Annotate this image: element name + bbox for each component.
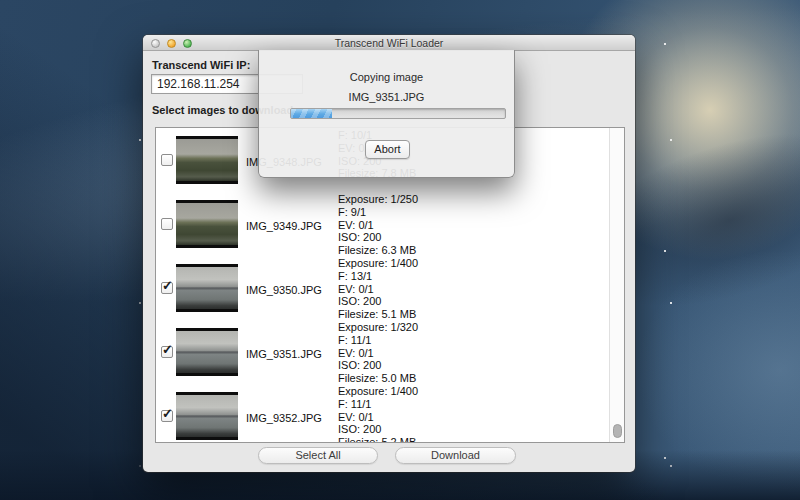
ip-label: Transcend WiFi IP: xyxy=(152,59,250,71)
image-thumbnail xyxy=(176,200,238,248)
exif-iso: ISO: 200 xyxy=(338,295,418,308)
exif-ev: EV: 0/1 xyxy=(338,219,418,232)
image-checkbox[interactable]: ✓ xyxy=(161,410,173,422)
copy-progress-dialog: Copying image IMG_9351.JPG Abort xyxy=(258,50,515,178)
image-thumbnail xyxy=(176,392,238,440)
image-thumbnail xyxy=(176,264,238,312)
exif-exposure: Exposure: 1/320 xyxy=(338,321,418,334)
select-all-button[interactable]: Select All xyxy=(258,447,378,464)
checkmark-icon: ✓ xyxy=(162,342,173,357)
zoom-button[interactable] xyxy=(183,39,192,48)
abort-button[interactable]: Abort xyxy=(365,140,410,159)
image-exif: Exposure: 1/400 F: 13/1 EV: 0/1 ISO: 200… xyxy=(338,257,418,321)
traffic-lights xyxy=(151,39,192,48)
image-filename: IMG_9351.JPG xyxy=(246,348,334,360)
close-button[interactable] xyxy=(151,39,160,48)
image-thumbnail xyxy=(176,136,238,184)
exif-iso: ISO: 200 xyxy=(338,359,418,372)
dialog-title: Copying image xyxy=(259,71,514,83)
exif-filesize: Filesize: 5.2 MB xyxy=(338,436,418,443)
image-filename: IMG_9352.JPG xyxy=(246,412,334,424)
image-exif: Exposure: 1/250 F: 9/1 EV: 0/1 ISO: 200 … xyxy=(338,193,418,257)
exif-ev: EV: 0/1 xyxy=(338,283,418,296)
list-item: ✓ IMG_9352.JPG Exposure: 1/400 F: 11/1 E… xyxy=(156,384,624,443)
image-exif: Exposure: 1/320 F: 11/1 EV: 0/1 ISO: 200… xyxy=(338,321,418,385)
image-thumbnail xyxy=(176,328,238,376)
image-exif: Exposure: 1/400 F: 11/1 EV: 0/1 ISO: 200… xyxy=(338,385,418,443)
exif-fstop: F: 13/1 xyxy=(338,270,418,283)
exif-iso: ISO: 200 xyxy=(338,423,418,436)
list-item: ✓ IMG_9349.JPG Exposure: 1/250 F: 9/1 EV… xyxy=(156,192,624,256)
exif-exposure: Exposure: 1/250 xyxy=(338,193,418,206)
image-checkbox[interactable]: ✓ xyxy=(161,154,173,166)
download-button[interactable]: Download xyxy=(395,447,516,464)
list-item: ✓ IMG_9350.JPG Exposure: 1/400 F: 13/1 E… xyxy=(156,256,624,320)
exif-ev: EV: 0/1 xyxy=(338,347,418,360)
window-title: Transcend WiFi Loader xyxy=(143,35,635,51)
scrollbar-track[interactable] xyxy=(609,128,624,442)
minimize-button[interactable] xyxy=(167,39,176,48)
progress-bar xyxy=(290,108,506,119)
scrollbar-thumb[interactable] xyxy=(613,424,622,438)
image-checkbox[interactable]: ✓ xyxy=(161,282,173,294)
checkmark-icon: ✓ xyxy=(162,406,173,421)
progress-fill xyxy=(291,109,332,118)
image-filename: IMG_9349.JPG xyxy=(246,220,334,232)
image-checkbox[interactable]: ✓ xyxy=(161,346,173,358)
exif-exposure: Exposure: 1/400 xyxy=(338,257,418,270)
image-filename: IMG_9350.JPG xyxy=(246,284,334,296)
exif-ev: EV: 0/1 xyxy=(338,411,418,424)
desktop: Transcend WiFi Loader Transcend WiFi IP:… xyxy=(0,0,800,500)
list-item: ✓ IMG_9351.JPG Exposure: 1/320 F: 11/1 E… xyxy=(156,320,624,384)
dialog-filename: IMG_9351.JPG xyxy=(259,91,514,103)
exif-exposure: Exposure: 1/400 xyxy=(338,385,418,398)
exif-fstop: F: 9/1 xyxy=(338,206,418,219)
exif-fstop: F: 11/1 xyxy=(338,334,418,347)
checkmark-icon: ✓ xyxy=(162,278,173,293)
image-checkbox[interactable]: ✓ xyxy=(161,218,173,230)
exif-fstop: F: 11/1 xyxy=(338,398,418,411)
exif-iso: ISO: 200 xyxy=(338,231,418,244)
titlebar[interactable]: Transcend WiFi Loader xyxy=(143,35,635,51)
